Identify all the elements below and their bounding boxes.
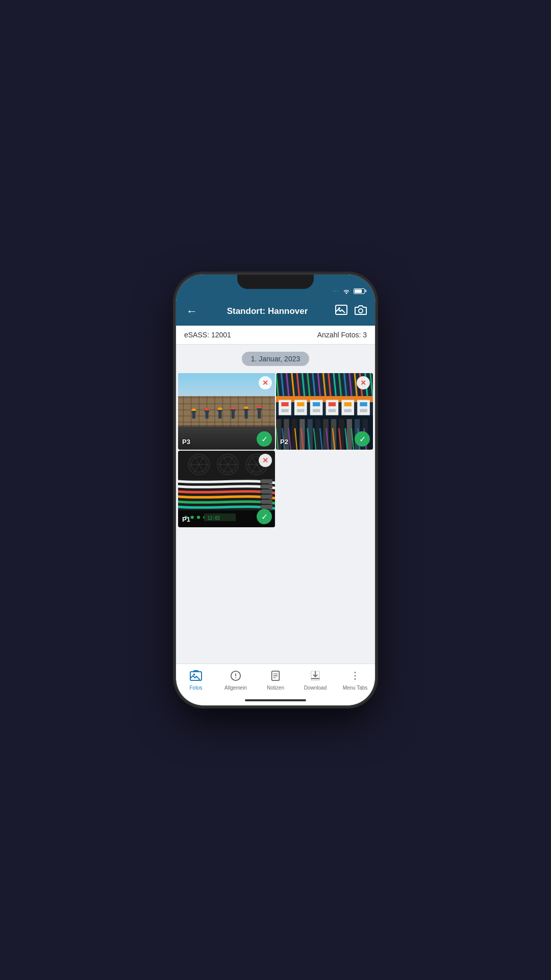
phone-screen: ··· ← Standort: Hannover xyxy=(176,275,375,705)
header-icons xyxy=(335,305,367,318)
photo-check-p3[interactable]: ✓ xyxy=(257,431,272,447)
download-icon xyxy=(310,670,321,683)
photo-label-p1: P1 xyxy=(182,516,190,523)
home-indicator xyxy=(245,699,306,701)
battery-tip xyxy=(365,290,366,292)
notch xyxy=(237,275,314,289)
menu-tabs-icon xyxy=(349,670,361,683)
delete-x-icon-p2: ✕ xyxy=(360,379,366,386)
nav-item-menu-tabs[interactable]: Menu Tabs xyxy=(335,668,375,693)
photo-grid-row2: ✕ P1 ✓ xyxy=(176,451,375,527)
svg-point-14 xyxy=(355,675,356,677)
back-button[interactable]: ← xyxy=(184,303,199,320)
svg-point-4 xyxy=(193,674,195,676)
photo-check-p1[interactable]: ✓ xyxy=(257,509,272,524)
photo-delete-p3[interactable]: ✕ xyxy=(259,376,272,389)
allgemein-label: Allgemein xyxy=(224,685,247,691)
nav-item-download[interactable]: Download xyxy=(295,668,335,693)
nav-item-notizen[interactable]: Notizen xyxy=(256,668,295,693)
sub-header: eSASS: 12001 Anzahl Fotos: 3 xyxy=(176,326,375,345)
nav-item-fotos[interactable]: Fotos xyxy=(176,668,216,693)
svg-point-15 xyxy=(355,678,356,680)
svg-point-7 xyxy=(235,677,236,678)
app-header: ← Standort: Hannover xyxy=(176,297,375,326)
battery-icon xyxy=(354,288,365,294)
date-chip: 1. Januar, 2023 xyxy=(242,352,310,366)
photo-grid-row1: ✕ P3 ✓ ✕ P2 ✓ xyxy=(176,373,375,450)
fotos-icon xyxy=(190,670,202,683)
check-icon-p2: ✓ xyxy=(359,434,366,444)
battery-fill xyxy=(355,289,362,293)
gallery-icon[interactable] xyxy=(335,305,347,318)
download-label: Download xyxy=(304,685,327,691)
wifi-icon xyxy=(342,288,350,294)
photo-delete-p2[interactable]: ✕ xyxy=(357,376,370,389)
camera-icon[interactable] xyxy=(355,305,367,318)
signal-dots: ··· xyxy=(333,289,339,293)
photo-check-p2[interactable]: ✓ xyxy=(355,431,370,447)
notizen-icon xyxy=(270,670,281,683)
svg-point-13 xyxy=(355,672,356,673)
svg-point-2 xyxy=(359,309,363,313)
photo-item-p3[interactable]: ✕ P3 ✓ xyxy=(178,373,275,450)
esass-label: eSASS: 12001 xyxy=(184,331,231,339)
photo-item-p1[interactable]: ✕ P1 ✓ xyxy=(178,451,275,527)
photo-label-p3: P3 xyxy=(182,438,190,446)
notizen-label: Notizen xyxy=(267,685,284,691)
check-icon-p3: ✓ xyxy=(261,434,268,444)
anzahl-label: Anzahl Fotos: 3 xyxy=(317,331,367,339)
empty-slot xyxy=(276,451,373,527)
photo-item-p2[interactable]: ✕ P2 ✓ xyxy=(276,373,373,450)
menu-tabs-label: Menu Tabs xyxy=(343,685,368,691)
date-chip-container: 1. Januar, 2023 xyxy=(176,345,375,373)
header-title: Standort: Hannover xyxy=(206,306,329,316)
check-icon-p1: ✓ xyxy=(261,512,268,522)
nav-item-allgemein[interactable]: Allgemein xyxy=(216,668,256,693)
phone-frame: ··· ← Standort: Hannover xyxy=(176,275,375,705)
content-area: 1. Januar, 2023 ✕ P3 ✓ xyxy=(176,345,375,563)
status-bar-right: ··· xyxy=(333,288,365,294)
photo-delete-p1[interactable]: ✕ xyxy=(259,454,272,467)
photo-label-p2: P2 xyxy=(280,438,288,446)
delete-x-icon-p1: ✕ xyxy=(262,457,268,464)
fotos-label: Fotos xyxy=(189,685,202,691)
delete-x-icon: ✕ xyxy=(262,379,268,386)
allgemein-icon xyxy=(230,670,241,683)
